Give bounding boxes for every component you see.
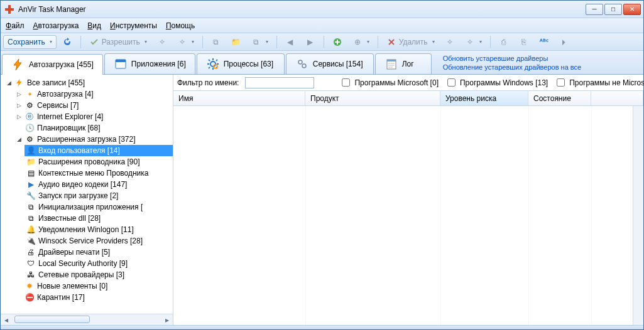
menu-help[interactable]: Помощь xyxy=(166,21,195,30)
filter-label: Фильтр по имени: xyxy=(177,78,239,87)
printer-icon: 🖨 xyxy=(26,247,36,257)
tree-new[interactable]: ✸Новые элементы [0] xyxy=(14,280,173,292)
tree-known-dlls[interactable]: ⧉Известные dll [28] xyxy=(25,213,173,224)
tree-appinit[interactable]: ⧉Инициализация приложения [ xyxy=(25,201,173,213)
menu-tools[interactable]: Инструменты xyxy=(110,21,157,30)
tree-winlogon[interactable]: 🔔Уведомления Winlogon [11] xyxy=(25,224,173,235)
tool-i[interactable]: ⏵ xyxy=(555,35,574,49)
title-bar[interactable]: AnVir Task Manager ─ □ ✕ xyxy=(1,1,643,18)
tool-b[interactable]: ✧ xyxy=(173,35,199,49)
tree-quarantine[interactable]: ⛔Карантин [17] xyxy=(14,292,173,303)
menu-icon: ▤ xyxy=(26,168,36,178)
maximize-button[interactable]: □ xyxy=(604,4,622,15)
col-state[interactable]: Состояние xyxy=(528,91,591,105)
refresh-icon xyxy=(62,37,72,47)
grid-body[interactable] xyxy=(173,106,643,325)
tree-scheduler[interactable]: 🕓Планировщик [68] xyxy=(14,122,173,134)
network-icon: 🖧 xyxy=(26,270,36,280)
collapse-icon[interactable]: ◢ xyxy=(16,136,22,142)
lightning-icon xyxy=(11,58,25,72)
tree-net-providers[interactable]: 🖧Сетевые провайдеры [3] xyxy=(25,269,173,280)
col-name[interactable]: Имя xyxy=(173,91,305,105)
expand-icon[interactable]: ▷ xyxy=(16,91,22,97)
copy-icon: ⧉ xyxy=(211,37,221,47)
check-icon xyxy=(89,37,99,47)
tool-back[interactable]: ◀ xyxy=(281,35,300,49)
collapse-icon[interactable]: ◢ xyxy=(6,80,12,86)
tool-e[interactable]: ✧ xyxy=(440,35,459,49)
expand-icon[interactable]: ▷ xyxy=(16,114,22,120)
tool-g[interactable]: ⎙ xyxy=(494,35,513,49)
delete-button[interactable]: Удалить xyxy=(382,35,439,49)
tree-ie[interactable]: ▷ⓔInternet Explorer [4] xyxy=(14,111,173,122)
tool-find[interactable]: ᴬᴮᶜ xyxy=(535,35,554,49)
tree-services[interactable]: ▷⚙Сервисы [7] xyxy=(14,100,173,111)
grid-vscrollbar[interactable] xyxy=(633,106,643,325)
menu-file[interactable]: Файл xyxy=(6,21,25,30)
notepad-icon xyxy=(385,57,398,71)
tree-autorun[interactable]: ▷🔸Автозагрузка [4] xyxy=(14,88,173,100)
allow-button[interactable]: Разрешить xyxy=(85,35,151,49)
link-update-all-drivers[interactable]: Обновление устаревших драйверов на все xyxy=(443,63,643,72)
tree-user-logon[interactable]: 👤Вход пользователя [14] xyxy=(25,145,173,156)
tool-copy[interactable]: ⧉ xyxy=(207,35,226,49)
scroll-right-icon[interactable]: ▸ xyxy=(161,314,173,326)
rocket-icon: 🔸 xyxy=(25,89,35,99)
tool-folder[interactable]: 📁 xyxy=(227,35,246,49)
svg-point-15 xyxy=(298,60,302,64)
tab-procs[interactable]: Процессы [63] xyxy=(197,53,285,74)
status-strip xyxy=(1,325,643,329)
tab-strip: Автозагрузка [455] Приложения [6] Процес… xyxy=(1,51,643,75)
tool-f[interactable]: ✧ xyxy=(461,35,486,49)
tree-explorer-ext[interactable]: 📁Расширения проводника [90] xyxy=(25,156,173,168)
tree-context-menus[interactable]: ▤Контекстные меню Проводника xyxy=(25,168,173,179)
sun-icon: ✸ xyxy=(25,281,35,291)
tree-printers[interactable]: 🖨Драйверы печати [5] xyxy=(25,247,173,258)
chk-windows[interactable]: Программы Windows [13] xyxy=(445,77,548,88)
filter-input[interactable] xyxy=(245,77,314,88)
tree-hscrollbar[interactable]: ◂ ▸ xyxy=(1,314,173,325)
tab-log[interactable]: Лог xyxy=(375,53,432,74)
tab-apps[interactable]: Приложения [6] xyxy=(104,53,195,74)
tab-services[interactable]: Сервисы [154] xyxy=(286,53,374,74)
arrow-left-icon: ◀ xyxy=(285,37,295,47)
tree-extended[interactable]: ◢⚙Расширенная загрузка [372] xyxy=(14,134,173,145)
expand-icon[interactable]: ▷ xyxy=(16,102,22,109)
tree-root[interactable]: ◢ Все записи [455] xyxy=(4,77,173,88)
col-prod[interactable]: Продукт xyxy=(305,91,440,105)
ie-icon: ⓔ xyxy=(25,112,35,122)
tree-lsa[interactable]: 🛡Local Security Authority [9] xyxy=(25,258,173,269)
menu-auto[interactable]: Автозагрузка xyxy=(33,21,79,30)
clock-icon: 🕓 xyxy=(25,123,35,133)
scroll-thumb[interactable] xyxy=(14,316,90,323)
boot-icon: 🔧 xyxy=(26,191,36,201)
link-update-drivers[interactable]: Обновить устаревшие драйверы xyxy=(443,54,643,63)
svg-line-13 xyxy=(209,67,210,68)
refresh-button[interactable] xyxy=(58,35,77,49)
svg-point-5 xyxy=(210,61,216,67)
svg-rect-4 xyxy=(116,60,126,62)
save-button[interactable]: Сохранить xyxy=(3,35,57,49)
tree-winsock[interactable]: 🔌Winsock Service Providers [28] xyxy=(25,235,173,247)
close-button[interactable]: ✕ xyxy=(623,4,641,15)
menu-view[interactable]: Вид xyxy=(87,21,101,30)
play-icon: ▶ xyxy=(26,179,36,189)
minimize-button[interactable]: ─ xyxy=(586,4,603,15)
chk-microsoft[interactable]: Программы Microsoft [0] xyxy=(339,77,439,88)
scroll-left-icon[interactable]: ◂ xyxy=(1,314,12,326)
chk-non-microsoft[interactable]: Программы не Microsoft [1] xyxy=(554,77,644,88)
tool-add[interactable] xyxy=(328,35,347,49)
tool-a[interactable]: ✧ xyxy=(153,35,172,49)
tree-codecs[interactable]: ▶Аудио видео кодеки [147] xyxy=(25,179,173,190)
tool-fwd[interactable]: ▶ xyxy=(301,35,320,49)
col-spare[interactable] xyxy=(591,91,643,105)
autorun-tree[interactable]: ◢ Все записи [455] ▷🔸Автозагрузка [4] ▷⚙… xyxy=(1,75,173,314)
tool-h[interactable]: ⎘ xyxy=(515,35,533,49)
gear-icon: ⚙ xyxy=(25,134,35,144)
tool-d[interactable]: ⊕ xyxy=(348,35,374,49)
col-risk[interactable]: Уровень риска xyxy=(440,91,528,105)
tab-autorun[interactable]: Автозагрузка [455] xyxy=(2,54,103,75)
tree-boot[interactable]: 🔧Запуск при загрузке [2] xyxy=(25,190,173,201)
tool-c[interactable]: ⧉ xyxy=(247,35,273,49)
plus-icon xyxy=(332,37,342,47)
